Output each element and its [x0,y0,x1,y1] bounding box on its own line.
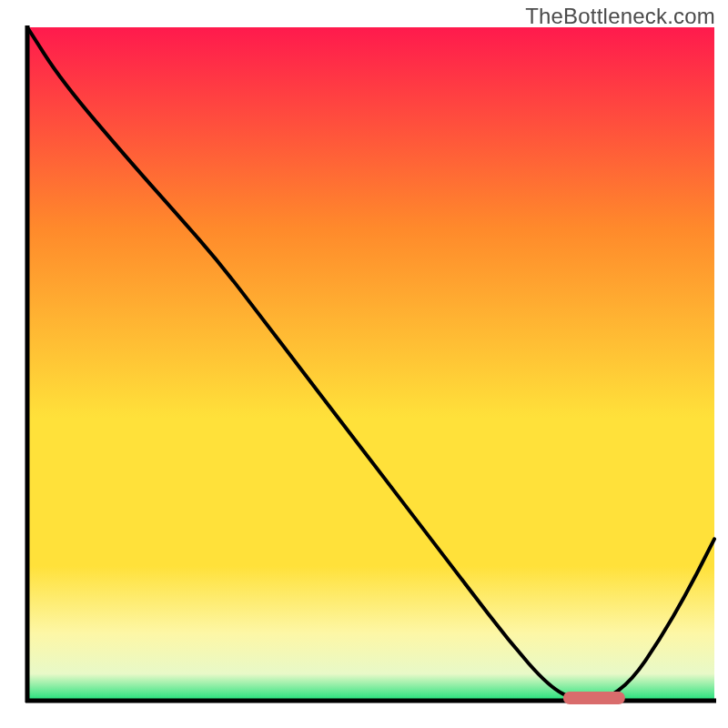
chart-container: TheBottleneck.com [0,0,728,728]
plot-background [27,27,714,701]
optimal-range-marker [563,692,625,704]
bottleneck-chart [0,0,728,728]
watermark-text: TheBottleneck.com [525,4,715,29]
